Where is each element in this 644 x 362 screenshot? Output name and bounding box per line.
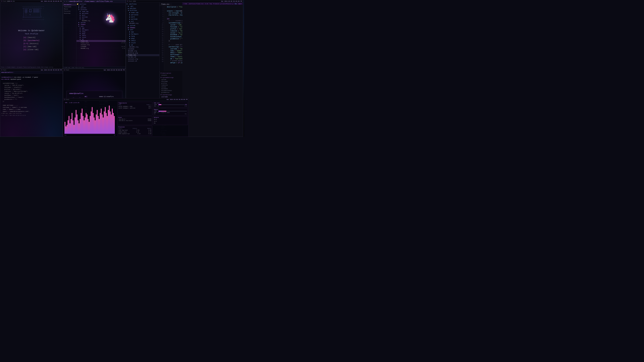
- proc-mem-2: 0.7%: [148, 131, 151, 133]
- code-status-nix: Nix: [234, 3, 237, 4]
- tree-worklab[interactable]: ▶worklab: [76, 16, 126, 18]
- bar-3: [66, 125, 68, 134]
- tree-lang-code[interactable]: ▶ lang: [126, 35, 159, 37]
- code-gutter: 12345 678910 1112131415 1617181920 21222…: [160, 6, 164, 71]
- sidebar-entry-locale[interactable]: locale: [160, 86, 182, 88]
- tree-system[interactable]: ▶system: [76, 22, 126, 23]
- sidebar-item-downloads[interactable]: Downloads: [63, 6, 76, 8]
- tree-readme-code[interactable]: README.org: [126, 50, 159, 52]
- tree-wsl-code[interactable]: ▶ wsl: [126, 20, 159, 22]
- tree-profiles[interactable]: ▼profiles: [76, 9, 126, 10]
- tree-profiles-code[interactable]: ▼ profiles: [126, 9, 159, 11]
- tree-style[interactable]: ▶style: [76, 36, 126, 38]
- tree-personal-code[interactable]: ▶ personal: [126, 14, 159, 16]
- tree-pkgs[interactable]: ▶pkgs: [76, 33, 126, 34]
- qute-profile-text: Tech Profile: [0, 33, 63, 35]
- tree-app-code[interactable]: ▶ app: [126, 31, 159, 33]
- tree-hardware-code[interactable]: ▶ hardware: [126, 33, 159, 35]
- tree-patches-code[interactable]: ▶ patches: [126, 7, 159, 9]
- tree-dotfiles[interactable]: 📁 .dotfiles: [76, 3, 126, 5]
- tree-themes-code[interactable]: ▶ themes: [126, 27, 159, 29]
- sidebar-item-external[interactable]: External: [63, 12, 76, 14]
- tree-flake[interactable]: flake.nix2.7K: [76, 40, 126, 42]
- memory-detail: RAM: 95 5.7GiB/02.2GiB: [154, 112, 187, 113]
- tree-installorg-code[interactable]: install.org: [126, 58, 159, 60]
- sidebar-entry-system[interactable]: system: [160, 79, 182, 80]
- tree-work[interactable]: ▶work: [76, 14, 126, 16]
- sidebar-entry-username[interactable]: username: [160, 96, 182, 98]
- bar-20: [84, 120, 84, 134]
- tree-dotfiles-root[interactable]: ▼ .dotfiles: [126, 3, 159, 5]
- tree-shell-code[interactable]: ▶ shell: [126, 39, 159, 42]
- menu-newtab-key: [t]: [23, 46, 26, 48]
- tree-flakelock[interactable]: flake.lock27.5K: [76, 42, 126, 44]
- folder-icon: ▶: [80, 16, 82, 18]
- tree-themes[interactable]: ▶themes: [76, 23, 126, 25]
- qute-sb-time: Sat 2024-03-09 05:06:00 PM: [41, 0, 62, 2]
- tab-flake-nix[interactable]: flake.nix: [160, 3, 171, 6]
- folder-icon: ▶: [80, 12, 82, 14]
- tree-home[interactable]: ▶home.lab: [76, 10, 126, 12]
- tree-harden-code[interactable]: harden.sh: [126, 56, 159, 58]
- tree-shell[interactable]: ▶shell: [76, 34, 126, 36]
- sidebar-item-music[interactable]: Music: [63, 8, 76, 10]
- neo-sb-label: Tech: [66, 69, 69, 71]
- sidebar-entry-grubdevice[interactable]: grubDevice: [160, 91, 182, 93]
- tree-desktop-code[interactable]: desktop.png: [126, 52, 159, 54]
- tree-installorg[interactable]: install.org: [76, 44, 126, 45]
- tree-home-code[interactable]: ▶ home.lab: [126, 11, 159, 14]
- sidebar-item-documents[interactable]: Documents: [63, 3, 76, 6]
- proc-row-3: 5150 pipewire-pu 0.15 0.1%: [118, 133, 151, 135]
- bar-28: [92, 107, 92, 134]
- sidebar-entry-hostname[interactable]: hostname: [160, 80, 182, 82]
- sysmon-sb-label: Tech: [66, 99, 69, 100]
- temp-name-1: card0 (amdgpu): edge: [118, 106, 132, 107]
- tree-work-code[interactable]: ▶ work: [126, 16, 159, 18]
- sidebar-entry-timezone[interactable]: timezone: [160, 84, 182, 86]
- tree-installsh-code[interactable]: install.sh: [126, 60, 159, 62]
- tree-license-code[interactable]: LICENSE: [126, 48, 159, 50]
- proc-pid-2: 550631 emacs: [118, 131, 127, 133]
- sidebar-entry-bootmode[interactable]: bootMode: [160, 88, 182, 90]
- temp-val-1: 49°C: [148, 106, 151, 107]
- code-sb-cpu: 100%: [133, 0, 136, 2]
- tree-personal[interactable]: ▶personal: [76, 12, 126, 14]
- folder-icon: ▼: [78, 9, 80, 10]
- tree-wm[interactable]: ▶wm: [76, 38, 126, 40]
- sysmon-stats-grid: CPU line 100% 11% AVG: 13 0 8 Temperatur…: [117, 101, 188, 137]
- sidebar-entry-bootmountpath[interactable]: bootMountPath: [160, 90, 182, 91]
- tree-style-code[interactable]: ▶ style: [126, 42, 159, 44]
- bar-32: [96, 114, 96, 134]
- tree-lang[interactable]: ▶lang: [76, 31, 126, 33]
- sidebar-entry-profile[interactable]: profile: [160, 82, 182, 84]
- tree-system-code[interactable]: ▶ system: [126, 24, 159, 27]
- tree-user-code[interactable]: ▼ user: [126, 29, 159, 31]
- proc-col-mem: MEM(%): [148, 128, 151, 129]
- tree-wsl[interactable]: ▶wsl: [76, 18, 126, 20]
- tree-patches[interactable]: ▶patches: [76, 7, 126, 9]
- cpu-avg-label: AVG: 13: [154, 105, 159, 107]
- tree-pkgs-code[interactable]: ▶ pkgs: [126, 37, 159, 39]
- terminal-content: root@snowfire # nix-shell -p rnixdash -f…: [0, 73, 63, 119]
- proc-row-1: 2520 Hyprland 0.35 0.4%: [118, 129, 151, 131]
- tree-flake-code[interactable]: flake.nix: [126, 54, 159, 56]
- sidebar-entry-outputs[interactable]: outputs: [160, 74, 182, 76]
- tree-git-code[interactable]: ▶ .git: [126, 5, 159, 7]
- tree-user[interactable]: ▼user: [76, 25, 126, 27]
- files-content: Documents Downloads Music Pictures Exter…: [63, 3, 126, 68]
- tree-git[interactable]: ▶.git: [76, 5, 126, 7]
- panel-filemanager: ● ● ● emmet@snowfire: ~/home/emmet/.dotf…: [63, 0, 126, 69]
- code-status-file: .dotfiles/flake.nix: [188, 3, 204, 4]
- tree-readme-user[interactable]: README.org: [126, 46, 159, 48]
- tree-readme2[interactable]: README.org4.7K: [76, 47, 126, 49]
- tree-readme-profiles[interactable]: README.org: [126, 22, 159, 24]
- sidebar-item-pictures[interactable]: Pictures: [63, 10, 76, 12]
- bar-chart-container: [64, 104, 116, 134]
- bar-43: [107, 116, 108, 134]
- tree-hardware[interactable]: ▶hardware: [76, 29, 126, 31]
- tree-license[interactable]: LICENSE34.2K: [76, 45, 126, 47]
- tree-app[interactable]: ▶app: [76, 27, 126, 29]
- tree-readme1[interactable]: README.org: [76, 20, 126, 22]
- tree-worklab-code[interactable]: ▶ worklab: [126, 18, 159, 20]
- tree-wm-code[interactable]: ▶ wm: [126, 44, 159, 46]
